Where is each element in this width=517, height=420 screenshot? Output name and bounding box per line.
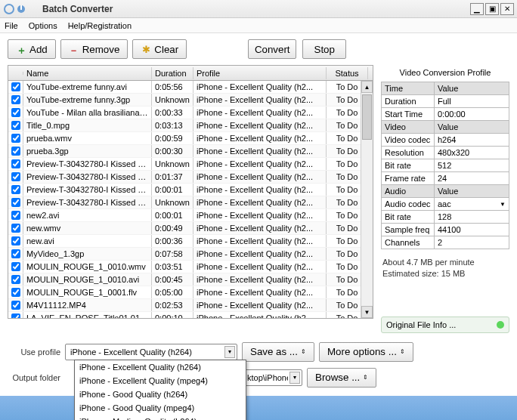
profile-option[interactable]: iPhone - Good Quality (mpeg4): [75, 401, 246, 415]
row-checkbox[interactable]: [11, 236, 20, 246]
row-checkbox[interactable]: [11, 313, 20, 318]
row-checkbox[interactable]: [11, 198, 20, 207]
header-status[interactable]: Status: [327, 67, 368, 79]
row-checkbox[interactable]: [11, 108, 20, 117]
table-row[interactable]: Preview-T-30432780-I Kissed a...0:00:01i…: [8, 184, 373, 196]
table-row[interactable]: MOULIN_ROUGE_1_0001.flv0:05:00iPhone - E…: [8, 286, 373, 299]
profile-option[interactable]: iPhone - Excellent Quality (mpeg4): [75, 374, 246, 388]
sfreq-value[interactable]: 44100: [435, 224, 509, 236]
row-checkbox[interactable]: [11, 275, 20, 284]
table-row[interactable]: YouTube - Milan alla brasilianal...0:00:…: [8, 107, 373, 119]
profile-table: TimeValue DurationFull Start Time0:00:00…: [381, 82, 509, 249]
framerate-value[interactable]: 24: [435, 172, 509, 185]
table-row[interactable]: YouTube-extreme funny.3gpUnknowniPhone -…: [8, 94, 373, 107]
row-checkbox[interactable]: [11, 288, 20, 297]
cell-name: Preview-T-30432780-I Kissed a...: [23, 171, 152, 183]
add-button[interactable]: ＋Add: [8, 39, 56, 59]
profile-option[interactable]: iPhone - Medium Quality (h264): [75, 415, 246, 420]
row-checkbox[interactable]: [11, 121, 20, 130]
table-row[interactable]: Preview-T-30432780-I Kissed a...Unknowni…: [8, 158, 373, 171]
scroll-up-icon[interactable]: ▲: [361, 81, 373, 93]
table-row[interactable]: LA_VIE_EN_ROSE_Title01.01...0:00:10iPhon…: [8, 312, 373, 318]
scrollbar[interactable]: ▲ ▼: [361, 81, 373, 318]
table-row[interactable]: M4V11112.MP40:02:53iPhone - Excellent Qu…: [8, 299, 373, 312]
stop-button[interactable]: Stop: [302, 39, 346, 59]
header-name[interactable]: Name: [23, 67, 152, 79]
row-checkbox[interactable]: [11, 172, 20, 181]
cell-name: YouTube-extreme funny.avi: [23, 81, 152, 93]
menu-options[interactable]: Options: [29, 21, 57, 30]
combo-arrow-icon[interactable]: ▾: [224, 346, 235, 358]
menu-file[interactable]: File: [5, 21, 18, 30]
start-value[interactable]: 0:00:00: [435, 108, 509, 121]
grid-header: Name Duration Profile Status: [8, 66, 373, 81]
row-checkbox[interactable]: [11, 82, 20, 91]
browse-button[interactable]: Browse ...⇕: [307, 368, 376, 388]
vcodec-key: Video codec: [382, 134, 435, 147]
cell-profile: iPhone - Excellent Quality (h2...: [193, 222, 327, 234]
vcodec-value[interactable]: h264: [435, 134, 509, 147]
table-row[interactable]: MOULIN_ROUGE_1_0010.wmv0:03:51iPhone - E…: [8, 261, 373, 273]
acodec-value[interactable]: aac▼: [435, 198, 509, 211]
resolution-value[interactable]: 480x320: [435, 147, 509, 159]
menu-help[interactable]: Help/Registration: [68, 21, 132, 30]
use-profile-combo[interactable]: iPhone - Excellent Quality (h264) ▾: [65, 344, 237, 360]
clear-button[interactable]: ✱Clear: [132, 39, 187, 59]
cell-name: MOULIN_ROUGE_1_0001.flv: [23, 286, 152, 298]
table-row[interactable]: MyVideo_1.3gp0:07:58iPhone - Excellent Q…: [8, 248, 373, 261]
row-checkbox[interactable]: [11, 147, 20, 156]
row-checkbox[interactable]: [11, 134, 20, 143]
more-options-button[interactable]: More options ...⇕: [319, 342, 413, 362]
table-row[interactable]: Preview-T-30432780-I Kissed a...Unknowni…: [8, 196, 373, 209]
row-checkbox[interactable]: [11, 185, 20, 194]
duration-value[interactable]: Full: [435, 95, 509, 108]
profile-option[interactable]: iPhone - Good Quality (h264): [75, 388, 246, 401]
save-as-button[interactable]: Save as ...⇕: [242, 342, 314, 362]
updown-icon: ⇕: [301, 348, 306, 355]
row-checkbox[interactable]: [11, 95, 20, 104]
table-row[interactable]: Preview-T-30432780-I Kissed a...0:01:37i…: [8, 171, 373, 184]
table-row[interactable]: Title_0.mpg0:03:13iPhone - Excellent Qua…: [8, 119, 373, 132]
cell-profile: iPhone - Excellent Quality (h2...: [193, 171, 327, 183]
close-button[interactable]: ✕: [500, 3, 514, 15]
row-checkbox[interactable]: [11, 211, 20, 220]
dropdown-arrow-icon[interactable]: ▼: [500, 201, 506, 208]
bitrate-value[interactable]: 512: [435, 159, 509, 172]
use-profile-label: Use profile: [8, 347, 60, 357]
convert-button[interactable]: Convert: [248, 39, 296, 59]
minimize-button[interactable]: ▁: [470, 3, 484, 15]
table-row[interactable]: new.avi0:00:36iPhone - Excellent Quality…: [8, 235, 373, 248]
svg-rect-2: [20, 5, 22, 10]
table-row[interactable]: YouTube-extreme funny.avi0:05:56iPhone -…: [8, 81, 373, 94]
table-row[interactable]: MOULIN_ROUGE_1_0010.avi0:00:45iPhone - E…: [8, 273, 373, 286]
cell-profile: iPhone - Excellent Quality (h2...: [193, 261, 327, 273]
scroll-down-icon[interactable]: ▼: [361, 306, 373, 318]
table-row[interactable]: new2.avi0:00:01iPhone - Excellent Qualit…: [8, 209, 373, 222]
cell-name: new.wmv: [23, 222, 152, 234]
profile-dropdown-list[interactable]: iPhone - Excellent Quality (h264)iPhone …: [74, 360, 246, 420]
header-profile[interactable]: Profile: [193, 67, 327, 79]
cell-duration: 0:05:00: [152, 286, 193, 298]
row-checkbox[interactable]: [11, 159, 20, 168]
abitrate-value[interactable]: 128: [435, 211, 509, 224]
original-file-info-button[interactable]: Original File Info ...: [381, 317, 509, 333]
cell-duration: 0:03:51: [152, 261, 193, 273]
row-checkbox[interactable]: [11, 249, 20, 258]
row-checkbox[interactable]: [11, 224, 20, 233]
remove-button[interactable]: －Remove: [60, 39, 128, 59]
bottom-panel: Use profile iPhone - Excellent Quality (…: [0, 333, 517, 403]
output-folder-field[interactable]: ktop\iPhone Vide ▾: [242, 369, 302, 386]
cell-duration: 0:01:37: [152, 171, 193, 183]
maximize-button[interactable]: ▣: [485, 3, 499, 15]
table-row[interactable]: prueba.3gp0:00:30iPhone - Excellent Qual…: [8, 145, 373, 158]
row-checkbox[interactable]: [11, 262, 20, 271]
profile-option[interactable]: iPhone - Excellent Quality (h264): [75, 360, 246, 374]
resolution-key: Resolution: [382, 147, 435, 159]
scroll-thumb[interactable]: [362, 94, 372, 140]
table-row[interactable]: prueba.wmv0:00:59iPhone - Excellent Qual…: [8, 132, 373, 145]
combo-arrow-icon[interactable]: ▾: [289, 372, 300, 384]
row-checkbox[interactable]: [11, 301, 20, 310]
header-duration[interactable]: Duration: [152, 67, 193, 79]
table-row[interactable]: new.wmv0:00:49iPhone - Excellent Quality…: [8, 222, 373, 235]
channels-value[interactable]: 2: [435, 236, 509, 249]
